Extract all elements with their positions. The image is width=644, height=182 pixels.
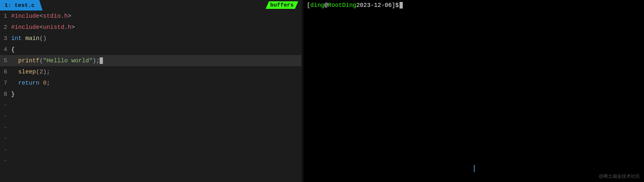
tilde-line: ~ <box>0 155 302 167</box>
prompt-bracket-open: [ <box>307 2 310 9</box>
prompt-user: ding <box>310 2 324 9</box>
line-number: 3 <box>0 35 10 42</box>
tilde-line: ~ <box>0 100 302 111</box>
line-number: 8 <box>0 91 10 97</box>
line-content: sleep(2); <box>10 69 302 75</box>
prompt-at: @ <box>324 2 328 9</box>
prompt-bracket-close: ]$ <box>392 2 399 9</box>
line-number: 6 <box>0 69 10 75</box>
prompt-date: 2023-12-06 <box>356 2 392 9</box>
line-number: 7 <box>0 80 10 86</box>
code-line: 2 #include<unistd.h> <box>0 22 302 33</box>
cursor <box>100 57 103 64</box>
editor-pane: 1: test.c buffers 1 #include<stdio.h> 2 … <box>0 0 302 182</box>
line-content: #include<stdio.h> <box>10 13 302 19</box>
terminal-cursor <box>400 2 403 9</box>
tilde-line: ~ <box>0 144 302 155</box>
code-line: 1 #include<stdio.h> <box>0 10 302 22</box>
line-number: 4 <box>0 46 10 53</box>
line-content: { <box>10 46 302 53</box>
code-line: 6 sleep(2); <box>0 66 302 77</box>
code-area: 1 #include<stdio.h> 2 #include<unistd.h>… <box>0 10 302 182</box>
code-line: 4 { <box>0 44 302 55</box>
line-number: 2 <box>0 24 10 30</box>
line-content: int main() <box>10 35 302 42</box>
terminal-pane[interactable]: [ ding @ RootDing 2023-12-06 ]$ @稀土掘金技术社… <box>303 0 644 182</box>
tab-bar: 1: test.c buffers <box>0 0 302 10</box>
line-content: printf("Helllo world"); <box>10 57 302 64</box>
buffers-badge[interactable]: buffers <box>266 1 298 9</box>
line-content: #include<unistd.h> <box>10 24 302 30</box>
terminal-content: [ ding @ RootDing 2023-12-06 ]$ <box>303 0 644 182</box>
code-line: 3 int main() <box>0 33 302 44</box>
line-content: } <box>10 91 302 97</box>
code-line: 8 } <box>0 89 302 100</box>
tab-label: 1: test.c <box>5 2 35 9</box>
line-number: 1 <box>0 13 10 19</box>
code-line-active: 5 printf("Helllo world"); <box>0 55 302 66</box>
line-content: return 0; <box>10 80 302 86</box>
code-line: 7 return 0; <box>0 77 302 89</box>
watermark: @稀土掘金技术社区 <box>599 173 640 179</box>
line-number: 5 <box>0 57 10 64</box>
active-tab[interactable]: 1: test.c <box>0 0 43 10</box>
tilde-line: ~ <box>0 122 302 133</box>
vertical-cursor-indicator <box>474 165 475 172</box>
tilde-line: ~ <box>0 133 302 144</box>
prompt-host: RootDing <box>328 2 356 9</box>
terminal-prompt: [ ding @ RootDing 2023-12-06 ]$ <box>307 2 641 9</box>
tilde-line: ~ <box>0 111 302 122</box>
